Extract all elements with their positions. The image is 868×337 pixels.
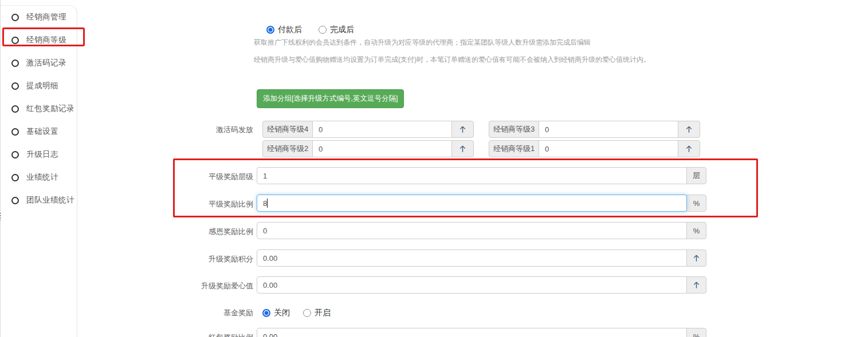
circle-icon — [11, 174, 19, 181]
sidebar-item-upgrade-log[interactable]: 升级日志 — [1, 143, 77, 166]
group-prepend-label: 经销商等级1 — [489, 140, 539, 157]
fund-reward-radio-group: 关闭 开启 — [262, 308, 344, 318]
sidebar-item-label: 经销商等级 — [26, 35, 66, 45]
sidebar-item-basic-settings[interactable]: 基础设置 — [1, 120, 77, 143]
sidebar: 经销商管理 经销商等级 激活码记录 提成明细 红包奖励记录 基础设置 升级日志 … — [1, 5, 77, 337]
gratitude-reward-ratio-input[interactable] — [257, 222, 687, 239]
sidebar-item-label: 激活码记录 — [26, 58, 66, 68]
activation-group-level3: 经销商等级3 — [489, 121, 700, 138]
circle-icon — [11, 105, 19, 113]
group-prepend-label: 经销商等级2 — [262, 140, 313, 157]
radio-option-after-payment[interactable]: 付款后 — [266, 25, 302, 35]
sidebar-item-dealer-management[interactable]: 经销商管理 — [1, 6, 77, 29]
sidebar-item-label: 红包奖励记录 — [26, 104, 74, 114]
activation-level1-input[interactable] — [539, 140, 678, 157]
suffix-addon: % — [686, 328, 706, 337]
radio-unchecked-icon[interactable] — [319, 26, 327, 34]
activation-level2-input[interactable] — [313, 140, 451, 157]
sidebar-item-redpacket-reward-records[interactable]: 红包奖励记录 — [1, 97, 77, 120]
activation-level4-input[interactable] — [313, 121, 451, 138]
radio-option-open[interactable]: 开启 — [303, 308, 331, 318]
group-prepend-label: 经销商等级3 — [489, 121, 539, 138]
suffix-addon: 层 — [686, 167, 706, 184]
sidebar-item-label: 经销商管理 — [26, 12, 66, 22]
same-level-reward-layers-input[interactable] — [257, 167, 687, 184]
arrow-up-icon — [678, 140, 700, 157]
activation-group-level4: 经销商等级4 — [262, 121, 474, 138]
circle-icon — [11, 128, 19, 136]
upgrade-reward-love-input[interactable] — [257, 276, 687, 294]
radio-unchecked-icon[interactable] — [303, 309, 311, 317]
radio-label[interactable]: 付款后 — [278, 25, 302, 35]
activation-group-level1: 经销商等级1 — [489, 140, 700, 157]
add-group-button[interactable]: 添加分组[选择升级方式编号,英文逗号分隔] — [257, 89, 404, 108]
arrow-up-icon — [686, 276, 706, 294]
activation-group-level2: 经销商等级2 — [262, 140, 474, 157]
arrow-up-icon — [678, 121, 700, 138]
arrow-up-icon — [686, 249, 706, 267]
help-text-line1: 获取推广下线权利的会员达到条件，自动升级为对应等级的代理商；指定某团队等级人数升… — [254, 38, 591, 47]
sidebar-item-activation-code-records[interactable]: 激活码记录 — [1, 51, 77, 74]
circle-icon — [11, 151, 19, 158]
upgrade-reward-points-input[interactable] — [257, 249, 687, 267]
redpacket-reward-ratio-label: 红包奖励比例 — [139, 332, 253, 337]
sidebar-item-label: 团队业绩统计 — [26, 195, 74, 205]
sidebar-item-label: 基础设置 — [26, 126, 58, 137]
arrow-up-icon — [451, 140, 474, 157]
circle-icon — [11, 37, 19, 44]
group-prepend-label: 经销商等级4 — [262, 121, 313, 138]
same-level-reward-layers-label: 平级奖励层级 — [139, 172, 253, 182]
circle-icon — [11, 14, 19, 21]
same-level-reward-ratio-label: 平级奖励比例 — [139, 199, 253, 209]
sidebar-item-dealer-level[interactable]: 经销商等级 — [1, 29, 77, 51]
radio-checked-icon[interactable] — [262, 309, 270, 317]
circle-icon — [11, 82, 19, 90]
help-text-line2: 经销商升级与爱心值购物赠送均设置为订单完成(支付)时，本笔订单赠送的爱心值有可能… — [254, 55, 650, 65]
circle-icon — [11, 197, 19, 204]
activation-codes-label: 激活码发放 — [139, 125, 253, 135]
same-level-reward-ratio-input[interactable] — [257, 195, 687, 212]
radio-label[interactable]: 开启 — [315, 308, 331, 318]
gratitude-reward-ratio-label: 感恩奖励比例 — [139, 227, 253, 237]
suffix-addon: % — [686, 222, 706, 239]
upgrade-reward-points-label: 升级奖励积分 — [139, 254, 253, 264]
upgrade-mode-radio-group: 付款后 完成后 — [266, 25, 371, 35]
upgrade-reward-love-label: 升级奖励爱心值 — [139, 281, 253, 291]
redpacket-reward-ratio-input[interactable] — [257, 328, 687, 337]
sidebar-item-label: 业绩统计 — [26, 172, 58, 183]
radio-option-after-completion[interactable]: 完成后 — [319, 25, 354, 35]
radio-label[interactable]: 完成后 — [330, 25, 354, 35]
suffix-addon: % — [686, 195, 706, 212]
sidebar-item-performance-stats[interactable]: 业绩统计 — [1, 166, 77, 189]
sidebar-item-team-performance-stats[interactable]: 团队业绩统计 — [1, 189, 77, 212]
fund-reward-label: 基金奖励 — [139, 308, 253, 318]
text-cursor — [267, 199, 268, 208]
radio-option-closed[interactable]: 关闭 — [262, 308, 290, 318]
sidebar-item-commission-details[interactable]: 提成明细 — [1, 74, 77, 97]
activation-level3-input[interactable] — [539, 121, 678, 138]
circle-icon — [11, 60, 19, 67]
arrow-up-icon — [451, 121, 474, 138]
radio-label[interactable]: 关闭 — [274, 308, 290, 318]
sidebar-item-label: 升级日志 — [26, 149, 58, 160]
radio-checked-icon[interactable] — [266, 26, 274, 34]
sidebar-item-label: 提成明细 — [26, 81, 58, 91]
